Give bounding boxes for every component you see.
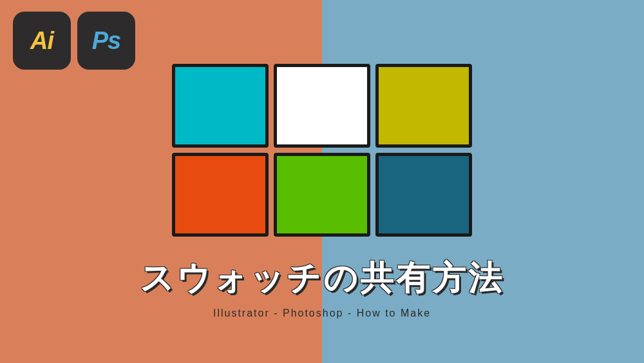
main-content: スウォッチの共有方法 Illustrator - Photoshop - How… bbox=[0, 44, 644, 319]
ai-label: Ai bbox=[30, 27, 53, 55]
swatch-grid bbox=[172, 64, 472, 237]
app-icons-container: Ai Ps bbox=[13, 12, 135, 70]
ps-label: Ps bbox=[92, 27, 120, 55]
background: Ai Ps スウォッチの共有方法 Illustrator - Photoshop… bbox=[0, 0, 644, 363]
swatch-orange bbox=[172, 153, 269, 237]
swatch-cyan bbox=[172, 64, 269, 148]
page-subtitle: Illustrator - Photoshop - How to Make bbox=[213, 308, 431, 319]
swatch-teal bbox=[375, 153, 472, 237]
page-title: スウォッチの共有方法 bbox=[140, 256, 504, 301]
ai-icon: Ai bbox=[13, 12, 71, 70]
swatch-green bbox=[274, 153, 370, 237]
ps-icon: Ps bbox=[77, 12, 135, 70]
swatch-olive bbox=[375, 64, 472, 148]
swatch-white bbox=[274, 64, 370, 148]
